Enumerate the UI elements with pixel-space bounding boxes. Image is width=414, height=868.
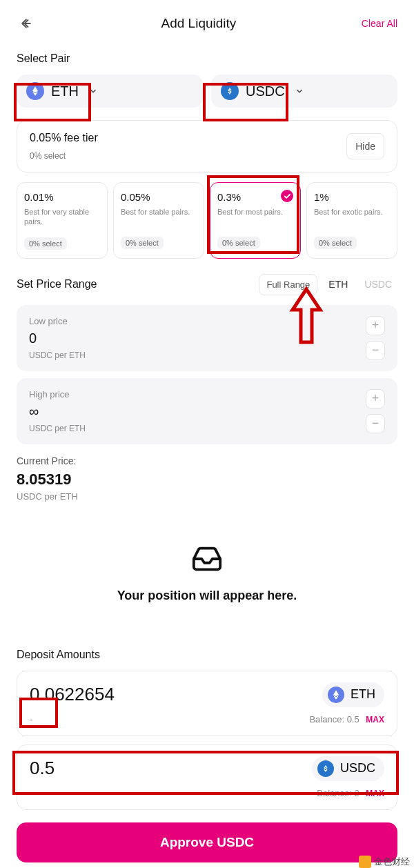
fee-tier-option-0[interactable]: 0.01% Best for very stable pairs. 0% sel…	[17, 182, 108, 259]
high-price-label: High price	[29, 389, 86, 400]
deposit-a-balance: 0.5	[347, 714, 359, 724]
current-price-value: 8.05319	[17, 471, 397, 489]
arrow-left-icon	[19, 17, 33, 30]
low-price-label: Low price	[29, 316, 86, 326]
low-price-box: Low price 0 USDC per ETH + −	[17, 305, 397, 371]
fee-tier-label: 0.05% fee tier	[30, 132, 98, 144]
hide-button[interactable]: Hide	[346, 133, 384, 159]
set-price-range-label: Set Price Range	[17, 278, 97, 290]
eth-icon	[26, 82, 44, 100]
deposit-amounts-label: Deposit Amounts	[17, 649, 397, 661]
tier-desc: Best for exotic pairs.	[314, 207, 390, 226]
watermark: 金色财经	[359, 856, 410, 868]
high-price-box: High price ∞ USDC per ETH + −	[17, 378, 397, 444]
deposit-a-symbol: ETH	[351, 687, 375, 702]
tier-desc: Best for stable pairs.	[121, 207, 197, 226]
deposit-amount-a: 0.0622654 ETH - Balance: 0.5 MAX	[17, 671, 397, 736]
chevron-down-icon	[88, 86, 98, 96]
tier-select-badge: 0% select	[24, 237, 67, 250]
header: Add Liquidity Clear All	[17, 14, 397, 33]
position-empty-text: Your position will appear here.	[17, 589, 397, 603]
position-empty-state: Your position will appear here.	[17, 509, 397, 631]
approve-button[interactable]: Approve USDC	[17, 822, 397, 862]
watermark-icon	[359, 856, 371, 868]
deposit-b-sub: -	[30, 788, 32, 798]
current-price-unit: USDC per ETH	[17, 491, 397, 502]
fee-tier-option-3[interactable]: 1% Best for exotic pairs. 0% select	[306, 182, 397, 259]
deposit-a-max-button[interactable]: MAX	[366, 715, 384, 724]
low-price-unit: USDC per ETH	[29, 351, 86, 360]
deposit-b-balance: 2	[354, 788, 359, 798]
deposit-b-max-button[interactable]: MAX	[366, 789, 384, 798]
token-b-selector[interactable]: USDC	[211, 75, 397, 108]
low-price-value: 0	[29, 331, 86, 346]
high-price-unit: USDC per ETH	[29, 424, 86, 433]
usdc-icon	[221, 82, 239, 100]
usdc-icon	[317, 760, 334, 777]
clear-all-link[interactable]: Clear All	[362, 18, 397, 29]
deposit-b-token-chip[interactable]: USDC	[312, 756, 384, 781]
tier-percent: 1%	[314, 191, 390, 203]
tier-percent: 0.05%	[121, 191, 197, 203]
deposit-amount-b: 0.5 USDC - Balance: 2 MAX	[17, 744, 397, 810]
eth-icon	[328, 687, 344, 703]
low-price-increment[interactable]: +	[366, 316, 385, 335]
page-title: Add Liquidity	[161, 16, 237, 31]
token-a-symbol: ETH	[51, 83, 79, 99]
balance-label: Balance:	[317, 788, 352, 798]
deposit-b-input[interactable]: 0.5	[30, 758, 55, 779]
high-price-value: ∞	[29, 404, 86, 420]
full-range-button[interactable]: Full Range	[259, 274, 317, 295]
fee-tier-select-pct: 0% select	[30, 151, 98, 161]
deposit-a-sub: -	[30, 714, 32, 724]
watermark-text: 金色财经	[374, 856, 410, 868]
tier-desc: Best for very stable pairs.	[24, 207, 100, 227]
token-b-symbol: USDC	[246, 83, 285, 99]
range-token-b-tab[interactable]: USDC	[359, 275, 397, 294]
tier-desc: Best for most pairs.	[217, 207, 293, 226]
chevron-down-icon	[295, 86, 304, 96]
deposit-a-input[interactable]: 0.0622654	[30, 684, 115, 705]
inbox-icon	[191, 543, 223, 575]
back-button[interactable]	[17, 14, 36, 33]
token-a-selector[interactable]: ETH	[17, 75, 203, 108]
tier-select-badge: 0% select	[121, 237, 164, 249]
fee-tier-option-2[interactable]: 0.3% Best for most pairs. 0% select	[210, 182, 301, 259]
select-pair-label: Select Pair	[17, 52, 397, 65]
balance-label: Balance:	[309, 714, 344, 724]
deposit-b-symbol: USDC	[340, 761, 375, 776]
current-price-label: Current Price:	[17, 455, 397, 466]
tier-select-badge: 0% select	[314, 237, 357, 249]
check-icon	[281, 190, 293, 202]
range-token-a-tab[interactable]: ETH	[323, 275, 353, 294]
fee-tier-summary: 0.05% fee tier 0% select Hide	[17, 120, 397, 172]
tier-percent: 0.01%	[24, 191, 100, 203]
low-price-decrement[interactable]: −	[366, 341, 385, 360]
deposit-a-token-chip[interactable]: ETH	[322, 682, 384, 707]
high-price-increment[interactable]: +	[366, 389, 385, 408]
tier-select-badge: 0% select	[217, 237, 260, 249]
high-price-decrement[interactable]: −	[366, 414, 385, 433]
fee-tier-option-1[interactable]: 0.05% Best for stable pairs. 0% select	[113, 182, 204, 259]
current-price-block: Current Price: 8.05319 USDC per ETH	[17, 455, 397, 502]
